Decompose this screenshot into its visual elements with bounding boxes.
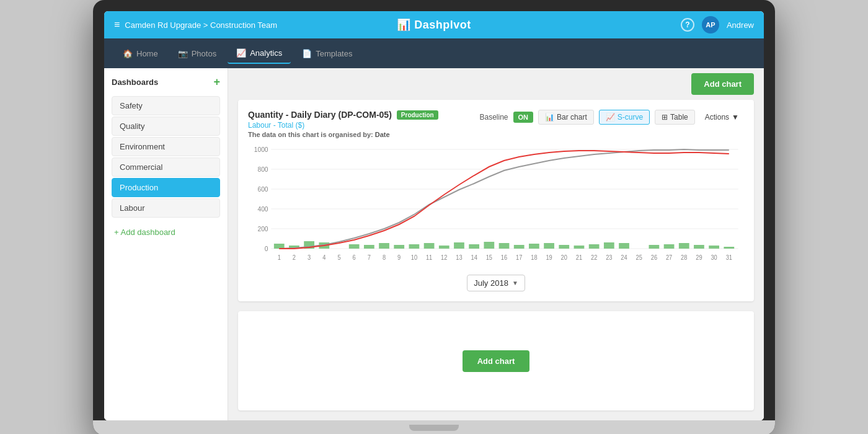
empty-chart-card: Add chart xyxy=(238,311,754,410)
scurve-button[interactable]: 📈 S-curve xyxy=(599,110,650,125)
svg-rect-30 xyxy=(544,243,554,249)
svg-rect-24 xyxy=(454,242,464,249)
actions-button[interactable]: Actions ▼ xyxy=(700,110,744,124)
svg-text:400: 400 xyxy=(258,205,268,213)
nav-item-home[interactable]: 🏠 Home xyxy=(114,44,167,63)
actions-label: Actions xyxy=(705,113,729,122)
add-chart-top-button[interactable]: Add chart xyxy=(691,73,754,95)
sidebar: Dashboards + Safety Quality Environment … xyxy=(104,68,228,420)
svg-rect-42 xyxy=(724,247,734,249)
user-name: Andrew xyxy=(727,20,754,30)
svg-rect-33 xyxy=(589,244,600,249)
svg-rect-19 xyxy=(379,243,389,249)
chart-title: Quantity - Daily Diary (DP-COM-05) xyxy=(248,110,392,120)
svg-text:1: 1 xyxy=(278,254,281,261)
baseline-toggle[interactable]: ON xyxy=(513,112,534,123)
add-chart-center-button[interactable]: Add chart xyxy=(463,350,530,372)
add-dashboard-icon[interactable]: + xyxy=(213,76,220,89)
svg-text:5: 5 xyxy=(337,254,340,261)
svg-text:29: 29 xyxy=(696,254,702,261)
sidebar-item-commercial[interactable]: Commercial xyxy=(112,157,220,177)
svg-text:11: 11 xyxy=(426,254,432,261)
top-bar-right: ? AP Andrew xyxy=(681,16,754,33)
scurve-icon: 📈 xyxy=(606,113,615,122)
month-selector: July 2018 ▼ xyxy=(248,275,744,291)
nav-label-home: Home xyxy=(136,49,158,58)
chart-svg: 0 200 400 600 800 1000 xyxy=(248,143,744,267)
photos-icon: 📷 xyxy=(178,49,188,58)
nav-item-photos[interactable]: 📷 Photos xyxy=(169,44,225,63)
svg-text:22: 22 xyxy=(591,254,597,261)
svg-rect-22 xyxy=(424,243,435,249)
svg-text:600: 600 xyxy=(258,185,268,193)
svg-text:17: 17 xyxy=(516,254,522,261)
svg-text:200: 200 xyxy=(258,225,268,232)
table-label: Table xyxy=(670,113,688,122)
nav-item-analytics[interactable]: 📈 Analytics xyxy=(228,43,291,64)
sidebar-item-safety[interactable]: Safety xyxy=(112,96,220,115)
svg-text:15: 15 xyxy=(486,254,492,261)
svg-text:23: 23 xyxy=(606,254,612,261)
svg-text:28: 28 xyxy=(681,254,687,261)
svg-text:20: 20 xyxy=(561,254,567,261)
brand-icon: 📊 xyxy=(397,18,410,32)
svg-text:14: 14 xyxy=(471,254,477,261)
scurve-label: S-curve xyxy=(618,113,643,122)
svg-rect-23 xyxy=(439,246,450,249)
svg-text:19: 19 xyxy=(546,254,552,261)
svg-rect-32 xyxy=(574,246,585,249)
sidebar-header: Dashboards + xyxy=(112,76,220,89)
bar-chart-icon: 📊 xyxy=(545,113,554,122)
chart-title-row: Quantity - Daily Diary (DP-COM-05) Produ… xyxy=(248,110,480,120)
svg-text:1000: 1000 xyxy=(254,146,268,153)
svg-text:0: 0 xyxy=(265,245,268,252)
svg-rect-39 xyxy=(679,243,689,249)
baseline-label: Baseline xyxy=(480,113,508,122)
chart-org-note: The data on this chart is organised by: … xyxy=(248,131,480,138)
sidebar-item-quality[interactable]: Quality xyxy=(112,117,220,136)
svg-rect-18 xyxy=(364,245,374,249)
avatar: AP xyxy=(702,16,719,33)
nav-label-analytics: Analytics xyxy=(250,48,282,58)
svg-text:13: 13 xyxy=(456,254,462,261)
svg-rect-17 xyxy=(349,244,360,249)
nav-bar: 🏠 Home 📷 Photos 📈 Analytics 📄 Templates xyxy=(104,38,764,68)
chart-area: 0 200 400 600 800 1000 xyxy=(248,143,744,270)
month-dropdown[interactable]: July 2018 ▼ xyxy=(467,275,525,291)
svg-text:18: 18 xyxy=(531,254,537,261)
home-icon: 🏠 xyxy=(123,49,133,58)
svg-text:31: 31 xyxy=(726,254,732,261)
svg-text:800: 800 xyxy=(258,166,268,173)
chart-title-area: Quantity - Daily Diary (DP-COM-05) Produ… xyxy=(248,110,480,138)
sidebar-item-production[interactable]: Production xyxy=(112,178,220,197)
svg-rect-40 xyxy=(694,245,704,249)
svg-text:21: 21 xyxy=(576,254,582,261)
hamburger-icon[interactable]: ≡ xyxy=(114,19,120,30)
brand-name: Dashplvot xyxy=(414,19,471,32)
svg-rect-21 xyxy=(409,244,420,249)
main-layout: Dashboards + Safety Quality Environment … xyxy=(104,68,764,420)
help-icon[interactable]: ? xyxy=(681,18,694,32)
svg-rect-34 xyxy=(604,242,614,249)
sidebar-item-environment[interactable]: Environment xyxy=(112,137,220,156)
actions-chevron-icon: ▼ xyxy=(732,113,739,122)
nav-item-templates[interactable]: 📄 Templates xyxy=(293,44,361,63)
svg-text:25: 25 xyxy=(636,254,642,261)
svg-rect-41 xyxy=(709,246,719,249)
top-bar: ≡ Camden Rd Upgrade > Construction Team … xyxy=(104,11,764,38)
svg-rect-29 xyxy=(529,244,539,249)
sidebar-item-labour[interactable]: Labour xyxy=(112,198,220,218)
svg-text:26: 26 xyxy=(651,254,657,261)
table-button[interactable]: ⊞ Table xyxy=(655,110,695,125)
templates-icon: 📄 xyxy=(302,49,312,58)
svg-rect-26 xyxy=(484,242,494,249)
bar-chart-button[interactable]: 📊 Bar chart xyxy=(538,110,594,125)
svg-rect-31 xyxy=(559,245,569,249)
svg-text:8: 8 xyxy=(383,254,386,261)
svg-text:7: 7 xyxy=(368,254,371,261)
svg-text:30: 30 xyxy=(711,254,717,261)
add-dashboard-button[interactable]: + Add dashboard xyxy=(112,223,220,242)
svg-rect-28 xyxy=(514,245,525,249)
month-value: July 2018 xyxy=(474,278,508,288)
brand-center: 📊 Dashplvot xyxy=(397,18,471,32)
